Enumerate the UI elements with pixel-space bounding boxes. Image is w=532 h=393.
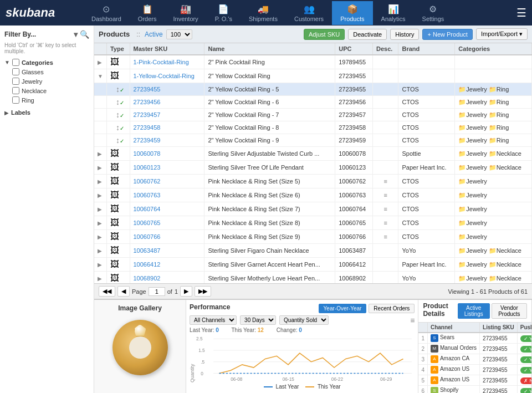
sku-link[interactable]: 27239456 xyxy=(134,99,161,105)
sidebar-item-necklace[interactable]: Necklace xyxy=(12,86,89,95)
push-toggle-no[interactable]: ✗ No xyxy=(520,377,531,384)
nav-item-customers[interactable]: 👥 Customers xyxy=(286,1,332,25)
push-toggle-yes[interactable]: ✓ Yes xyxy=(520,367,531,374)
col-brand[interactable]: Brand xyxy=(398,43,455,55)
nav-item-po[interactable]: 📄 P. O.'s xyxy=(207,1,241,25)
sku-cell[interactable]: 1-Yellow-Cocktail-Ring xyxy=(130,69,204,83)
sku-cell[interactable]: 10063487 xyxy=(130,244,204,258)
expand-cell[interactable]: ▶ xyxy=(94,188,106,202)
expand-cell[interactable]: ▶ xyxy=(94,272,106,284)
sku-link[interactable]: 27239459 xyxy=(134,137,161,144)
nav-item-dashboard[interactable]: ⊙ Dashboard xyxy=(83,1,130,25)
expand-arrow-icon[interactable]: ▶ xyxy=(98,151,102,157)
sku-cell[interactable]: 27239458 xyxy=(130,121,204,134)
sku-link[interactable]: 10060123 xyxy=(134,164,161,171)
new-product-button[interactable]: + New Product xyxy=(422,29,472,40)
push-toggle-yes[interactable]: ✓ Yes xyxy=(520,335,531,342)
expand-cell[interactable]: ▶ xyxy=(94,244,106,258)
sidebar-item-categories[interactable]: ▼ Categories xyxy=(4,58,89,67)
expand-arrow-icon[interactable]: ▶ xyxy=(98,234,102,240)
sku-link[interactable]: 27239458 xyxy=(134,124,161,131)
sku-cell[interactable]: 10060078 xyxy=(130,147,204,161)
adjust-sku-button[interactable]: Adjust SKU xyxy=(304,29,345,40)
sku-cell[interactable]: 27239455 xyxy=(130,83,204,96)
sidebar-item-jewelry[interactable]: Jewelry xyxy=(12,76,89,86)
sku-cell[interactable]: 10060123 xyxy=(130,161,204,175)
nav-item-settings[interactable]: ⚙ Settings xyxy=(414,1,453,25)
sku-cell[interactable]: 27239457 xyxy=(130,109,204,121)
col-type[interactable]: Type xyxy=(106,43,130,55)
sidebar-item-labels[interactable]: ▶ Labels xyxy=(4,108,89,117)
expand-cell[interactable]: ▶ xyxy=(94,258,106,272)
detail-push-cell[interactable]: ✓ Yes xyxy=(517,344,531,354)
sku-link[interactable]: 1-Yellow-Cocktail-Ring xyxy=(134,73,195,79)
nav-item-products[interactable]: 📦 Products xyxy=(332,1,372,25)
col-name[interactable]: Name xyxy=(204,43,335,55)
sku-cell[interactable]: 10068902 xyxy=(130,272,204,284)
expand-cell[interactable]: ▶ xyxy=(94,147,106,161)
jewelry-checkbox[interactable] xyxy=(12,78,19,85)
tab-recent-orders[interactable]: Recent Orders xyxy=(369,304,415,313)
necklace-checkbox[interactable] xyxy=(12,87,19,94)
sku-cell[interactable]: 10060766 xyxy=(130,230,204,244)
tab-year-over-year[interactable]: Year-Over-Year xyxy=(319,304,367,313)
sku-cell[interactable]: 1-Pink-Cocktail-Ring xyxy=(130,55,204,69)
deactivate-button[interactable]: Deactivate xyxy=(348,29,387,40)
sku-link[interactable]: 10068902 xyxy=(134,275,161,282)
sku-cell[interactable]: 10060763 xyxy=(130,188,204,202)
filter-icons[interactable]: ▾ 🔍 xyxy=(74,30,89,39)
expand-cell[interactable]: ▶ xyxy=(94,55,106,69)
detail-push-cell[interactable]: ✓ Yes xyxy=(517,386,531,394)
sku-link[interactable]: 1-Pink-Cocktail-Ring xyxy=(134,59,189,65)
expand-cell[interactable]: ▶ xyxy=(94,161,106,175)
detail-push-cell[interactable]: ✓ Yes xyxy=(517,333,531,344)
sku-cell[interactable]: 10060765 xyxy=(130,216,204,230)
metric-select[interactable]: Quantity Sold xyxy=(279,315,329,325)
sku-link[interactable]: 10066412 xyxy=(134,261,161,268)
period-select[interactable]: 30 Days xyxy=(240,315,276,325)
sku-cell[interactable]: 10060762 xyxy=(130,175,204,188)
sidebar-item-ring[interactable]: Ring xyxy=(12,95,89,105)
detail-push-cell[interactable]: ✓ Yes xyxy=(517,365,531,375)
expand-cell[interactable]: ▶ xyxy=(94,202,106,216)
sku-link[interactable]: 27239455 xyxy=(134,86,161,93)
import-export-button[interactable]: Import/Export ▾ xyxy=(476,28,528,40)
glasses-checkbox[interactable] xyxy=(12,68,19,75)
expand-arrow-icon[interactable]: ▶ xyxy=(98,262,102,268)
nav-item-orders[interactable]: 📋 Orders xyxy=(130,1,165,25)
detail-push-cell[interactable]: ✗ No xyxy=(517,375,531,386)
sku-link[interactable]: 10063487 xyxy=(134,247,161,254)
sku-cell[interactable]: 27239459 xyxy=(130,134,204,147)
expand-cell[interactable]: ▶ xyxy=(94,216,106,230)
expand-arrow-icon[interactable]: ▶ xyxy=(98,275,102,282)
next-page-step-button[interactable]: ▶ xyxy=(180,286,192,297)
push-toggle-yes[interactable]: ✓ Yes xyxy=(520,346,531,353)
categories-checkbox[interactable] xyxy=(12,59,19,66)
sku-link[interactable]: 27239457 xyxy=(134,111,161,118)
sku-link[interactable]: 10060762 xyxy=(134,178,161,185)
expand-cell[interactable]: ▶ xyxy=(94,230,106,244)
nav-item-inventory[interactable]: 🏭 Inventory xyxy=(165,1,206,25)
push-toggle-yes[interactable]: ✓ Yes xyxy=(520,388,531,394)
ring-checkbox[interactable] xyxy=(12,96,19,104)
sku-link[interactable]: 10060078 xyxy=(134,150,161,157)
expand-arrow-icon[interactable]: ▼ xyxy=(98,73,103,79)
expand-arrow-icon[interactable]: ▶ xyxy=(98,192,102,198)
nav-item-shipments[interactable]: 🚚 Shipments xyxy=(241,1,286,25)
channel-select[interactable]: All Channels xyxy=(190,315,237,325)
expand-arrow-icon[interactable]: ▶ xyxy=(98,59,102,65)
sidebar-item-glasses[interactable]: Glasses xyxy=(12,67,89,76)
expand-arrow-icon[interactable]: ▶ xyxy=(98,165,102,171)
chart-menu-icon[interactable]: ≡ xyxy=(410,316,415,325)
sku-link[interactable]: 10060763 xyxy=(134,192,161,198)
col-desc[interactable]: Desc. xyxy=(373,43,398,55)
push-toggle-yes[interactable]: ✓ Yes xyxy=(520,356,531,363)
next-page-button[interactable]: ▶▶ xyxy=(195,286,211,297)
history-button[interactable]: History xyxy=(390,29,419,40)
page-number-input[interactable] xyxy=(149,287,165,296)
tab-vendor-products[interactable]: Vendor Products xyxy=(492,303,527,319)
expand-arrow-icon[interactable]: ▶ xyxy=(98,248,102,254)
sku-link[interactable]: 10060766 xyxy=(134,233,161,240)
sku-cell[interactable]: 10060764 xyxy=(130,202,204,216)
col-categories[interactable]: Categories xyxy=(455,43,532,55)
